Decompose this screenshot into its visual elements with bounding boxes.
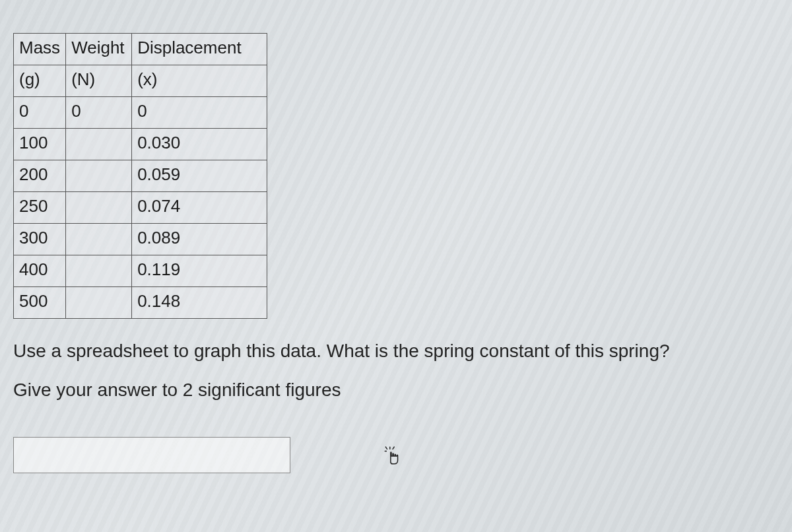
instruction-text: Give your answer to 2 significant figure…: [13, 380, 779, 401]
answer-input[interactable]: [13, 437, 290, 473]
header-mass-unit: (g): [14, 65, 66, 97]
cell-disp: 0: [132, 97, 267, 129]
cell-mass: 500: [14, 287, 66, 319]
table-row: 300 0.089: [14, 224, 267, 255]
cell-mass: 100: [14, 129, 66, 160]
cell-weight: [66, 192, 132, 224]
cell-mass: 400: [14, 255, 66, 287]
table-row: 100 0.030: [14, 129, 267, 160]
table-row: 400 0.119: [14, 255, 267, 287]
cell-mass: 250: [14, 192, 66, 224]
cell-disp: 0.089: [132, 224, 267, 255]
cell-disp: 0.030: [132, 129, 267, 160]
cell-disp: 0.119: [132, 255, 267, 287]
cell-disp: 0.074: [132, 192, 267, 224]
cell-weight: 0: [66, 97, 132, 129]
table-row: 200 0.059: [14, 160, 267, 192]
header-weight: Weight: [66, 34, 132, 65]
header-weight-unit: (N): [66, 65, 132, 97]
cell-weight: [66, 287, 132, 319]
cell-mass: 300: [14, 224, 66, 255]
header-disp-unit: (x): [132, 65, 267, 97]
cell-disp: 0.059: [132, 160, 267, 192]
table-row: 500 0.148: [14, 287, 267, 319]
cell-weight: [66, 129, 132, 160]
cell-mass: 0: [14, 97, 66, 129]
question-text: Use a spreadsheet to graph this data. Wh…: [13, 337, 779, 365]
table-row: 250 0.074: [14, 192, 267, 224]
cell-weight: [66, 160, 132, 192]
cell-mass: 200: [14, 160, 66, 192]
cell-weight: [66, 224, 132, 255]
cell-disp: 0.148: [132, 287, 267, 319]
cell-weight: [66, 255, 132, 287]
table-row: 0 0 0: [14, 97, 267, 129]
header-displacement: Displacement: [132, 34, 267, 65]
pointer-cursor-icon: [383, 446, 401, 465]
header-mass: Mass: [14, 34, 66, 65]
data-table: Mass Weight Displacement (g) (N) (x) 0 0…: [13, 33, 267, 319]
